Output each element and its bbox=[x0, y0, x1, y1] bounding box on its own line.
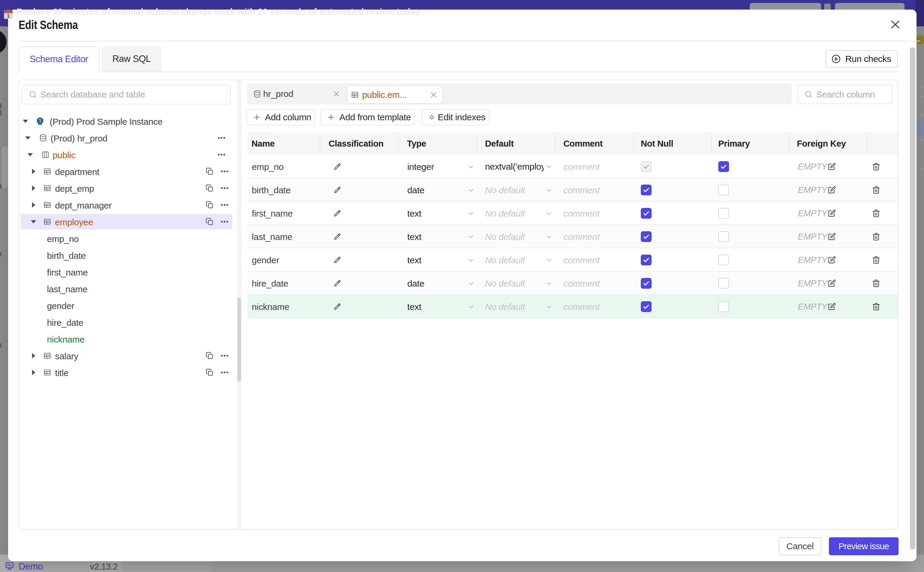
svg-text:1: 1 bbox=[7, 13, 9, 19]
